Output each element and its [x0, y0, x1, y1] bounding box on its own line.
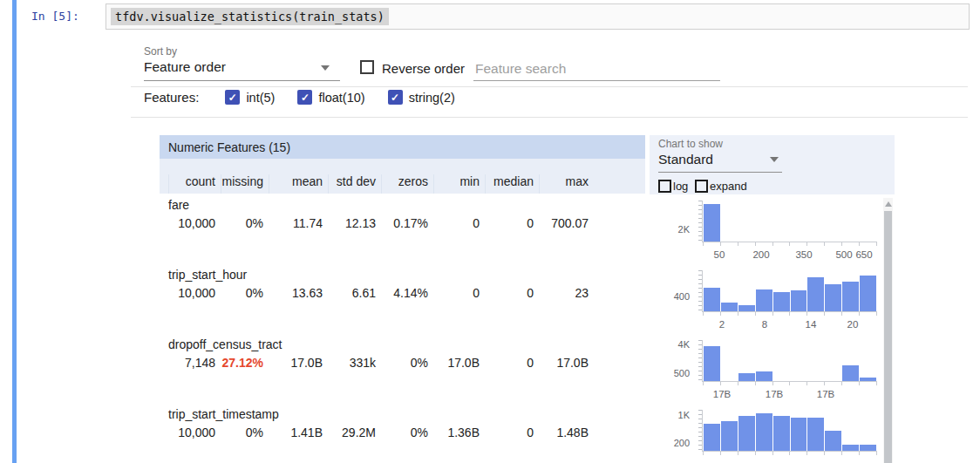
- divider: [131, 117, 968, 118]
- y-axis-label: 1K: [650, 410, 690, 420]
- checkbox-checked-icon[interactable]: ✓: [388, 90, 403, 105]
- value-cell: 12.13: [328, 214, 381, 232]
- histogram-plot: [702, 410, 877, 452]
- value-cell: 1.36B: [433, 424, 485, 441]
- value-cell: 0: [433, 284, 485, 302]
- value-cell: 17.0B: [269, 354, 328, 371]
- histogram-bar: [791, 418, 807, 451]
- column-header: zeros: [381, 174, 433, 194]
- column-header: mean: [269, 174, 328, 194]
- x-axis-label: 350: [795, 249, 812, 260]
- histogram-bar: [842, 365, 859, 381]
- value-cell: 17.0B: [539, 354, 594, 371]
- reverse-order-label: Reverse order: [382, 61, 465, 76]
- histogram-bar: [773, 292, 790, 311]
- reverse-order-checkbox[interactable]: [360, 60, 374, 74]
- histogram-bar: [860, 276, 876, 311]
- histogram-bars: [704, 340, 876, 381]
- x-axis-label: 2: [719, 319, 725, 330]
- value-cell: 27.12%: [221, 354, 269, 371]
- value-cell: 0: [485, 354, 539, 371]
- histogram-bar: [842, 282, 859, 311]
- chevron-down-icon[interactable]: [770, 157, 779, 162]
- histogram-bar: [807, 418, 824, 451]
- histogram-bar: [704, 424, 720, 451]
- chart-panel-header: Chart to show Standard log expand: [650, 135, 895, 194]
- feature-values-row: 10,0000%11.7412.130.17%00700.07: [160, 214, 645, 232]
- log-checkbox[interactable]: [658, 180, 671, 193]
- column-header: std dev: [328, 174, 381, 194]
- x-axis-label: 17B: [766, 389, 783, 399]
- code-input-cell[interactable]: tfdv.visualize_statistics(train_stats): [105, 3, 970, 30]
- histogram-bar: [860, 445, 876, 451]
- value-cell: 700.07: [539, 214, 594, 232]
- checkbox-checked-icon[interactable]: ✓: [297, 90, 312, 105]
- value-spacer: [160, 354, 168, 371]
- histogram-bar: [721, 303, 738, 311]
- y-axis-label: 400: [650, 291, 690, 302]
- histogram-bar: [756, 289, 772, 311]
- feature-values-row: 7,14827.12%17.0B331k0%17.0B017.0B: [160, 354, 645, 371]
- histogram-bar: [842, 445, 859, 451]
- y-axis-label: 2K: [650, 224, 690, 235]
- x-axis-label: 500: [835, 249, 852, 260]
- value-cell: 0%: [221, 284, 269, 302]
- divider: [131, 86, 968, 87]
- value-cell: 17.0B: [433, 354, 485, 371]
- value-cell: 0: [485, 284, 539, 302]
- code-text[interactable]: tfdv.visualize_statistics(train_stats): [111, 8, 389, 25]
- histogram-bar: [773, 416, 790, 451]
- feature-type-filter-label: string(2): [409, 91, 455, 105]
- feature-type-filter[interactable]: ✓float(10): [297, 90, 364, 105]
- sort-by-label: Sort by: [144, 45, 177, 58]
- expand-label: expand: [710, 180, 747, 193]
- sort-by-dropdown[interactable]: Feature order: [144, 59, 340, 80]
- x-axis-label: 17B: [713, 389, 731, 399]
- expand-checkbox[interactable]: [695, 180, 708, 193]
- value-spacer: [160, 424, 168, 441]
- x-axis-label: 650: [855, 249, 872, 260]
- scroll-up-icon[interactable]: [885, 201, 892, 207]
- table-row: trip_start_timestamp10,0000%1.41B29.2M0%…: [160, 403, 645, 463]
- x-axis-label: 17B: [817, 389, 834, 399]
- feature-type-filter[interactable]: ✓string(2): [388, 90, 455, 105]
- feature-name: trip_start_timestamp: [160, 406, 645, 422]
- x-axis-ticks: [703, 452, 877, 455]
- feature-name: dropoff_census_tract: [160, 337, 645, 352]
- value-cell: 0%: [381, 424, 433, 441]
- x-axis-label: 8: [762, 319, 767, 330]
- chevron-down-icon: [321, 65, 330, 71]
- charts-scrollbar[interactable]: [883, 198, 893, 463]
- header-spacer: [160, 188, 168, 194]
- column-header: missing: [221, 174, 269, 194]
- value-cell: 0: [485, 424, 539, 441]
- table-body: fare10,0000%11.7412.130.17%00700.07trip_…: [160, 194, 645, 463]
- feature-values-row: 10,0000%13.636.614.14%0023: [160, 284, 645, 302]
- value-cell: 0.17%: [381, 214, 433, 232]
- value-cell: 7,148: [168, 354, 221, 371]
- value-cell: 23: [539, 284, 594, 302]
- y-axis-label: 200: [650, 438, 690, 448]
- sort-by-value: Feature order: [144, 59, 226, 74]
- feature-name: trip_start_hour: [160, 267, 645, 283]
- histogram-bar: [721, 421, 738, 451]
- histogram-bar: [704, 288, 720, 311]
- chart-type-value[interactable]: Standard: [658, 152, 713, 167]
- value-spacer: [160, 214, 168, 232]
- checkbox-checked-icon[interactable]: ✓: [225, 90, 240, 105]
- histogram-bars: [704, 201, 876, 242]
- scrollbar-thumb[interactable]: [884, 211, 892, 463]
- table-row: dropoff_census_tract7,14827.12%17.0B331k…: [160, 333, 645, 403]
- value-cell: 11.74: [269, 214, 328, 232]
- feature-name: fare: [160, 197, 645, 213]
- feature-type-filter[interactable]: ✓int(5): [225, 90, 275, 105]
- histogram-trip_start_timestamp: 1K200: [650, 410, 883, 463]
- table-title: Numeric Features (15): [160, 135, 645, 159]
- cell-selection-bar: [12, 0, 17, 463]
- feature-search-input[interactable]: [473, 58, 720, 81]
- x-axis-ticks: [703, 242, 877, 246]
- table-row: fare10,0000%11.7412.130.17%00700.07: [160, 194, 645, 263]
- histogram-plot: [702, 340, 877, 382]
- feature-type-filter-label: float(10): [318, 91, 364, 105]
- value-cell: 0%: [221, 214, 269, 232]
